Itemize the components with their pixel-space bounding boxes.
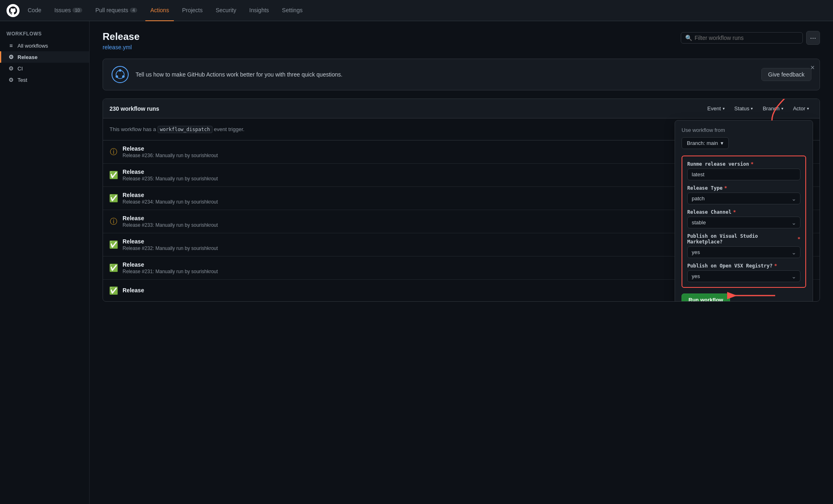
run-status-icon-233: ⓘ [110, 217, 118, 226]
page-header: Release release.yml 🔍 ··· [103, 31, 820, 50]
runs-section: 230 workflow runs Event ▾ Status ▾ Branc… [103, 99, 820, 302]
filter-input-wrapper[interactable]: 🔍 [681, 32, 803, 44]
form-field-vscode-marketplace: Publish on Visual Studio Marketplace? * … [687, 233, 800, 258]
status-filter-btn[interactable]: Status ▾ [730, 104, 757, 113]
vscode-marketplace-select-wrapper: yes no [687, 246, 800, 258]
actor-filter-btn[interactable]: Actor ▾ [789, 104, 813, 113]
release-channel-select-wrapper: stable beta alpha [687, 217, 800, 228]
release-channel-label: Release Channel * [687, 209, 800, 215]
release-type-label-text: Release Type [687, 185, 723, 191]
vscode-marketplace-label: Publish on Visual Studio Marketplace? * [687, 233, 800, 245]
dispatch-text: This workflow has a workflow_dispatch ev… [110, 126, 244, 132]
tab-issues[interactable]: Issues 10 [49, 0, 87, 21]
release-channel-label-text: Release Channel [687, 209, 731, 215]
branch-filter-btn[interactable]: Branch ▾ [758, 104, 787, 113]
tab-security[interactable]: Security [211, 0, 241, 21]
runs-count: 230 workflow runs [110, 105, 159, 112]
ci-workflow-icon: ⚙ [8, 65, 14, 72]
actor-chevron-icon: ▾ [807, 106, 809, 111]
tab-pull-requests[interactable]: Pull requests 4 [90, 0, 142, 21]
run-status-icon-235: ✅ [110, 171, 118, 179]
more-options-button[interactable]: ··· [806, 31, 820, 45]
vscode-marketplace-select[interactable]: yes no [687, 246, 800, 258]
run-info-230: Release [123, 287, 767, 294]
sidebar-test-label: Test [18, 77, 27, 83]
arrow-annotation-left [730, 289, 779, 302]
release-type-label: Release Type * [687, 185, 800, 191]
run-btn-area: Run workflow [682, 288, 730, 302]
workflow-file-link[interactable]: release.yml [103, 44, 140, 50]
tab-projects[interactable]: Projects [177, 0, 208, 21]
branch-chevron-icon: ▾ [781, 106, 783, 111]
tab-code[interactable]: Code [23, 0, 46, 21]
event-chevron-icon: ▾ [723, 106, 725, 111]
run-status-icon-231: ✅ [110, 264, 118, 272]
form-field-open-vsx: Publish on Open VSX Registry? * yes no [687, 263, 800, 282]
run-status-icon-234: ✅ [110, 194, 118, 202]
open-vsx-required-star: * [774, 263, 777, 269]
runme-version-label-text: Runme release version [687, 161, 749, 167]
svg-point-2 [119, 69, 121, 72]
run-title-230: Release [123, 287, 767, 294]
panel-run-workflow-button[interactable]: Run workflow [682, 294, 730, 302]
vscode-marketplace-label-text: Publish on Visual Studio Marketplace? [687, 233, 796, 245]
run-workflow-panel: Use workflow from Branch: main ▾ Runme r… [675, 120, 813, 302]
form-field-runme-version: Runme release version * [687, 161, 800, 180]
event-filter-btn[interactable]: Event ▾ [703, 104, 728, 113]
dispatch-text-before: This workflow has a [110, 126, 156, 132]
sidebar-release-label: Release [18, 54, 37, 60]
dispatch-code: workflow_dispatch [158, 126, 213, 133]
main-content: Release release.yml 🔍 ··· Tell us how to… [90, 21, 833, 504]
sidebar-item-ci[interactable]: ⚙ CI [0, 63, 89, 74]
panel-region: This workflow has a workflow_dispatch ev… [103, 118, 820, 301]
run-status-icon-236: ⓘ [110, 148, 118, 156]
release-channel-required-star: * [733, 209, 736, 215]
release-type-select[interactable]: patch minor major [687, 193, 800, 204]
search-icon: 🔍 [685, 35, 692, 41]
release-workflow-icon: ⚙ [8, 54, 14, 60]
topnav: Code Issues 10 Pull requests 4 Actions P… [0, 0, 833, 21]
feedback-banner: Tell us how to make GitHub Actions work … [103, 59, 820, 90]
test-workflow-icon: ⚙ [8, 77, 14, 83]
branch-selector-button[interactable]: Branch: main ▾ [682, 137, 729, 149]
runme-version-input[interactable] [687, 169, 800, 180]
release-channel-select[interactable]: stable beta alpha [687, 217, 800, 228]
filter-search-area: 🔍 ··· [681, 31, 820, 45]
open-vsx-select[interactable]: yes no [687, 270, 800, 282]
form-field-release-channel: Release Channel * stable beta alpha [687, 209, 800, 228]
sidebar-item-release[interactable]: ⚙ Release [0, 51, 89, 63]
main-layout: Workflows ≡ All workflows ⚙ Release ⚙ CI… [0, 21, 833, 504]
runme-version-label: Runme release version * [687, 161, 800, 167]
panel-title: Use workflow from [682, 127, 806, 133]
svg-point-0 [112, 66, 128, 83]
status-chevron-icon: ▾ [751, 106, 753, 111]
actions-icon [111, 66, 129, 83]
all-workflows-icon: ≡ [8, 42, 14, 49]
form-outline: Runme release version * Release Type * [682, 156, 806, 288]
sidebar-heading-workflows: Workflows [0, 28, 89, 40]
sidebar-item-all[interactable]: ≡ All workflows [0, 40, 89, 51]
dispatch-text-after: event trigger. [214, 126, 244, 132]
svg-point-3 [122, 75, 125, 78]
sidebar-all-label: All workflows [18, 43, 48, 49]
runme-version-required-star: * [751, 161, 754, 167]
open-vsx-label: Publish on Open VSX Registry? * [687, 263, 800, 269]
run-status-icon-230: ✅ [110, 287, 118, 295]
give-feedback-button[interactable]: Give feedback [761, 68, 812, 81]
release-type-required-star: * [724, 185, 727, 191]
branch-selector-chevron-icon: ▾ [721, 140, 723, 146]
open-vsx-select-wrapper: yes no [687, 270, 800, 282]
runs-header: 230 workflow runs Event ▾ Status ▾ Branc… [103, 99, 820, 118]
close-banner-button[interactable]: × [810, 64, 815, 71]
branch-selector-label: Branch: main [687, 140, 718, 146]
tab-actions[interactable]: Actions [145, 0, 174, 21]
tab-insights[interactable]: Insights [244, 0, 274, 21]
sidebar: Workflows ≡ All workflows ⚙ Release ⚙ CI… [0, 21, 90, 504]
page-title: Release [103, 31, 140, 42]
filter-input[interactable] [695, 35, 798, 41]
banner-text: Tell us how to make GitHub Actions work … [136, 71, 755, 78]
github-logo[interactable] [7, 4, 20, 17]
tab-settings[interactable]: Settings [277, 0, 308, 21]
sidebar-item-test[interactable]: ⚙ Test [0, 74, 89, 85]
page-title-area: Release release.yml [103, 31, 140, 50]
